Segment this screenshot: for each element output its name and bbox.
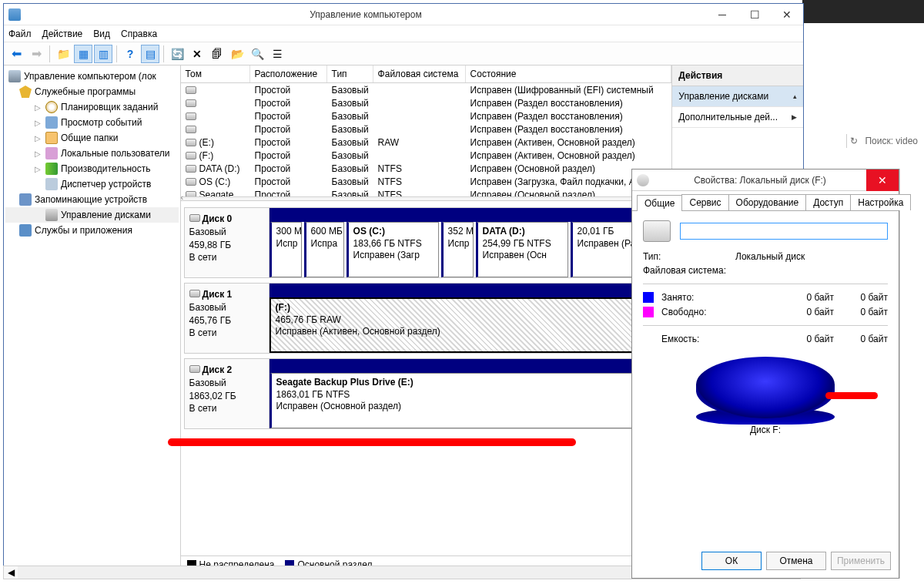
tree-shared-folders[interactable]: ▷Общие папки	[5, 130, 179, 146]
dialog-buttons: ОК Отмена Применить	[701, 552, 891, 570]
free-swatch	[643, 307, 654, 317]
apply-button[interactable]: Применить	[831, 552, 891, 570]
tree-disk-management[interactable]: Управление дисками	[5, 207, 179, 223]
search-button[interactable]: 🔍	[248, 45, 266, 63]
minimize-button[interactable]: ─	[706, 5, 738, 25]
open-button[interactable]: 📂	[228, 45, 246, 63]
tree-task-scheduler[interactable]: ▷Планировщик заданий	[5, 99, 179, 115]
tree-storage[interactable]: Запоминающие устройств	[5, 192, 179, 207]
disk-0-info: Диск 0 Базовый 459,88 ГБ В сети	[185, 208, 270, 277]
free-space-row: Свободно: 0 байт 0 байт	[643, 307, 888, 317]
menu-help[interactable]: Справка	[121, 29, 157, 39]
annotation-red-underline-disk1	[168, 438, 576, 446]
volume-row[interactable]: ПростойБазовыйИсправен (Раздел восстанов…	[181, 96, 672, 109]
partition[interactable]: 352 МИспр	[441, 222, 474, 277]
tree-local-users[interactable]: ▷Локальные пользователи	[5, 146, 179, 161]
volume-row[interactable]: Seagate ...ПростойБазовыйNTFSИсправен (О…	[181, 188, 672, 196]
volume-row[interactable]: ПростойБазовыйИсправен (Раздел восстанов…	[181, 109, 672, 123]
type-label: Тип:	[643, 251, 735, 262]
col-status[interactable]: Состояние	[466, 65, 672, 82]
col-fs[interactable]: Файловая система	[373, 65, 466, 82]
volume-row[interactable]: (E:)ПростойБазовыйRAWИсправен (Активен, …	[181, 136, 672, 149]
tree-root[interactable]: Управление компьютером (лок	[5, 69, 179, 84]
splitter[interactable]	[181, 196, 672, 201]
disk-icon	[189, 214, 200, 222]
ok-button[interactable]: ОК	[701, 552, 762, 570]
tab-general[interactable]: Общие	[637, 195, 682, 211]
used-space-row: Занято: 0 байт 0 байт	[643, 292, 888, 303]
tab-customize[interactable]: Настройка	[850, 194, 911, 210]
disk-2[interactable]: Диск 2 Базовый 1863,02 ГБ В сети Seagate…	[184, 358, 669, 429]
expand-icon[interactable]: ▷	[35, 134, 42, 143]
pie-label: Диск F:	[643, 425, 888, 435]
partition-seagate[interactable]: Seagate Backup Plus Drive (E:)1863,01 ГБ…	[270, 373, 668, 428]
disk-1[interactable]: Диск 1 Базовый 465,76 ГБ В сети (F:)465,…	[184, 283, 669, 354]
expand-icon[interactable]: ▷	[35, 119, 42, 127]
cancel-button[interactable]: Отмена	[766, 552, 826, 570]
view1-button[interactable]: ▦	[74, 45, 92, 63]
drive-icon	[186, 178, 196, 186]
disk-0[interactable]: Диск 0 Базовый 459,88 ГБ В сети 300 МИсп…	[184, 207, 669, 278]
volume-row[interactable]: ПростойБазовыйИсправен (Раздел восстанов…	[181, 123, 672, 136]
volume-row[interactable]: ПростойБазовыйИсправен (Шифрованный (EFI…	[181, 83, 672, 96]
tree-device-manager[interactable]: Диспетчер устройств	[5, 176, 179, 192]
partition[interactable]: 300 МИспр	[270, 222, 302, 277]
tree-services[interactable]: Службы и приложения	[5, 223, 179, 238]
separator	[49, 45, 50, 62]
delete-button[interactable]: ✕	[188, 45, 206, 63]
menu-file[interactable]: Файл	[8, 29, 32, 39]
up-button[interactable]: 📁	[54, 45, 72, 63]
view3-button[interactable]: ▤	[141, 45, 159, 63]
drive-icon	[186, 152, 196, 159]
volume-header: Том Расположение Тип Файловая система Со…	[181, 65, 672, 83]
actions-more[interactable]: Дополнительные дей...▶	[672, 107, 803, 128]
tab-sharing[interactable]: Доступ	[805, 194, 851, 210]
list-button[interactable]: ☰	[268, 45, 286, 63]
tree-system-tools[interactable]: Служебные программы	[5, 84, 179, 99]
disks-icon	[45, 209, 58, 221]
partition[interactable]: 600 МБИспра	[304, 222, 344, 277]
back-button[interactable]: ⬅	[7, 45, 25, 63]
menu-action[interactable]: Действие	[42, 29, 83, 39]
disk-icon	[189, 365, 200, 373]
tab-tools[interactable]: Сервис	[681, 194, 728, 210]
col-type[interactable]: Тип	[327, 65, 373, 82]
volume-row[interactable]: OS (C:)ПростойБазовыйNTFSИсправен (Загру…	[181, 175, 672, 188]
view2-button[interactable]: ▥	[94, 45, 112, 63]
volume-name-input[interactable]	[680, 223, 888, 240]
volume-row[interactable]: (F:)ПростойБазовыйИсправен (Активен, Осн…	[181, 149, 672, 162]
dialog-close-button[interactable]: ✕	[866, 169, 899, 191]
actions-disk-management[interactable]: Управление дисками▴	[672, 86, 803, 107]
main-panel: Том Расположение Тип Файловая система Со…	[181, 65, 673, 572]
tab-hardware[interactable]: Оборудование	[728, 194, 807, 210]
drive-icon	[186, 139, 196, 146]
close-button[interactable]: ✕	[771, 5, 803, 25]
expand-icon[interactable]: ▷	[35, 165, 42, 173]
rescan-button[interactable]: 🗐	[208, 45, 226, 63]
refresh-button[interactable]: 🔄	[168, 45, 186, 63]
sidebar-tree: Управление компьютером (лок Служебные пр…	[4, 65, 181, 572]
tree-performance[interactable]: ▷Производительность	[5, 161, 179, 176]
expand-icon[interactable]: ▷	[35, 103, 42, 112]
scroll-left-icon[interactable]: ◀	[4, 566, 18, 579]
partition-os[interactable]: OS (C:)183,66 ГБ NTFSИсправен (Загр	[346, 222, 439, 277]
drive-icon	[186, 112, 196, 120]
menu-view[interactable]: Вид	[93, 29, 110, 39]
col-layout[interactable]: Расположение	[250, 65, 327, 82]
titlebar: Управление компьютером ─ ☐ ✕	[4, 4, 803, 25]
dialog-body: Тип:Локальный диск Файловая система: Зан…	[632, 211, 899, 445]
forward-button[interactable]: ➡	[27, 45, 45, 63]
expand-icon[interactable]: ▷	[35, 149, 42, 158]
col-volume[interactable]: Том	[181, 65, 250, 82]
partition-data[interactable]: DATA (D:)254,99 ГБ NTFSИсправен (Осн	[476, 222, 568, 277]
partition-f[interactable]: (F:)465,76 ГБ RAWИсправен (Активен, Осно…	[270, 297, 668, 353]
window-title: Управление компьютером	[25, 9, 706, 20]
app-icon	[8, 8, 21, 21]
volume-row[interactable]: DATA (D:)ПростойБазовыйNTFSИсправен (Осн…	[181, 162, 672, 175]
tree-event-viewer[interactable]: ▷Просмотр событий	[5, 115, 179, 130]
maximize-button[interactable]: ☐	[738, 5, 771, 25]
refresh-icon[interactable]: ↻	[846, 134, 860, 148]
help-button[interactable]: ?	[121, 45, 139, 63]
dialog-titlebar: Свойства: Локальный диск (F:) ✕	[632, 169, 899, 191]
window-controls: ─ ☐ ✕	[706, 5, 803, 25]
